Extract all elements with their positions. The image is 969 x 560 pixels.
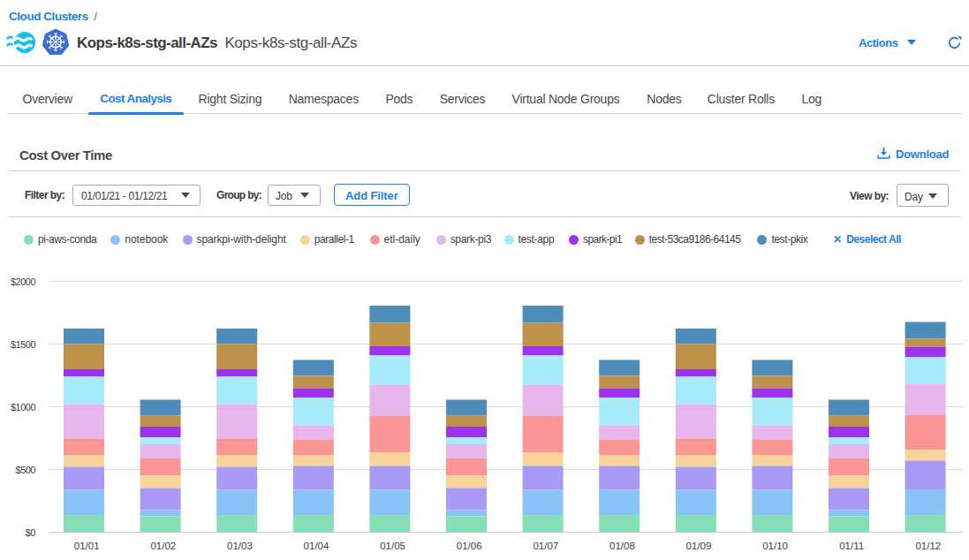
- svg-text:$0: $0: [26, 527, 36, 538]
- svg-text:01/07: 01/07: [533, 541, 558, 551]
- svg-text:01/03: 01/03: [227, 541, 253, 551]
- svg-text:01/02: 01/02: [150, 541, 176, 551]
- svg-text:01/08: 01/08: [609, 541, 635, 551]
- svg-text:$1000: $1000: [11, 402, 35, 412]
- svg-text:$500: $500: [16, 465, 36, 475]
- svg-text:01/01: 01/01: [74, 541, 100, 551]
- svg-text:$2000: $2000: [11, 276, 35, 287]
- svg-text:01/12: 01/12: [915, 541, 941, 551]
- svg-text:$1500: $1500: [11, 339, 35, 350]
- svg-text:01/04: 01/04: [304, 541, 329, 551]
- svg-text:01/10: 01/10: [762, 541, 788, 551]
- svg-text:01/11: 01/11: [839, 541, 864, 551]
- svg-text:01/06: 01/06: [457, 541, 482, 551]
- svg-text:01/05: 01/05: [380, 541, 405, 551]
- svg-text:01/09: 01/09: [686, 541, 712, 551]
